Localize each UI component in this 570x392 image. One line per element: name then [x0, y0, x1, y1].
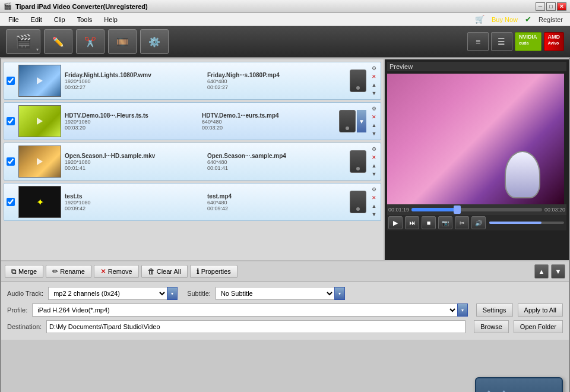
convert-button[interactable]: Convert — [475, 377, 563, 392]
file-remove-btn-3[interactable]: ✕ — [370, 154, 378, 161]
stop-button[interactable]: ■ — [422, 216, 436, 229]
rename-button[interactable]: ✏ Rename — [46, 265, 91, 278]
file-remove-btn-2[interactable]: ✕ — [370, 113, 378, 121]
title-text: Tipard iPad Video Converter(Unregistered… — [15, 3, 536, 10]
register-button[interactable]: Register — [534, 15, 568, 24]
nvidia-badge: NVIDIAcuda — [515, 32, 542, 51]
menu-help[interactable]: Help — [98, 15, 124, 24]
file-thumbnail-4[interactable]: ✦ — [18, 186, 61, 218]
toolbar-right: ≡ ☰ NVIDIAcuda AMDAvivo — [467, 32, 564, 51]
filmstrip-icon: 🎞️ — [116, 36, 128, 48]
apply-all-button[interactable]: Apply to All — [518, 304, 563, 317]
file-checkbox-2[interactable] — [7, 117, 15, 125]
clear-all-button[interactable]: 🗑 Clear All — [141, 265, 188, 278]
merge-button[interactable]: ⧉ Merge — [5, 265, 43, 278]
snapshot-button[interactable]: 📷 — [438, 216, 452, 229]
subtitle-select[interactable]: No Subtitle — [216, 287, 334, 300]
menu-right: 🛒 Buy Now ✔ Register — [475, 15, 568, 24]
remove-button[interactable]: ✕ Remove — [94, 265, 139, 278]
play-button[interactable]: ▶ — [388, 216, 403, 229]
file-ipad-icon-4 — [350, 191, 366, 213]
open-folder-button[interactable]: Open Folder — [514, 320, 563, 333]
file-up-btn-1[interactable]: ▲ — [370, 81, 378, 88]
file-down-btn-4[interactable]: ▼ — [370, 211, 378, 218]
file-output-dim-1: 640*480 — [207, 78, 346, 84]
properties-button[interactable]: ℹ Properties — [190, 265, 238, 278]
maximize-button[interactable]: □ — [546, 2, 556, 11]
menu-tools[interactable]: Tools — [71, 15, 99, 24]
preview-seek-thumb[interactable] — [454, 206, 461, 214]
minimize-button[interactable]: ─ — [536, 2, 545, 11]
filmstrip-button[interactable]: 🎞️ — [108, 29, 137, 54]
profile-label: Profile: — [7, 306, 27, 314]
file-output-dur-1: 00:02:27 — [207, 84, 346, 90]
file-settings-btn-3[interactable]: ⚙ — [370, 146, 378, 153]
window-controls: ─ □ ✕ — [536, 2, 566, 11]
browse-button[interactable]: Browse — [474, 320, 509, 333]
move-down-button[interactable]: ▼ — [551, 264, 565, 279]
destination-label: Destination: — [7, 323, 42, 330]
profile-row: Profile: iPad H.264 Video(*.mp4) ▾ Setti… — [7, 304, 563, 317]
volume-slider[interactable] — [489, 222, 564, 224]
add-video-button[interactable]: 🎬 ▾ — [6, 29, 40, 54]
volume-icon: 🔊 — [471, 216, 486, 229]
audio-arrow[interactable]: ▾ — [167, 287, 178, 300]
convert-icon — [486, 387, 507, 392]
audio-track-select-combo: mp2 2 channels (0x24) ▾ — [48, 287, 178, 300]
file-remove-btn-4[interactable]: ✕ — [370, 194, 378, 201]
file-settings-btn-4[interactable]: ⚙ — [370, 186, 378, 193]
file-input-dur-4: 00:09:42 — [65, 206, 204, 211]
title-icon: 🎬 — [4, 2, 12, 10]
file-down-btn-3[interactable]: ▼ — [370, 170, 378, 178]
file-settings-btn-2[interactable]: ⚙ — [370, 105, 378, 112]
file-up-btn-4[interactable]: ▲ — [370, 203, 378, 210]
remove-icon: ✕ — [100, 267, 106, 276]
trim-video-button[interactable]: ✂️ — [76, 29, 104, 54]
file-checkbox-3[interactable] — [7, 157, 15, 166]
clip-button[interactable]: ✂ — [455, 216, 469, 229]
file-thumbnail-2[interactable] — [18, 105, 61, 137]
subtitle-select-combo: No Subtitle ▾ — [216, 287, 345, 300]
file-settings-btn-1[interactable]: ⚙ — [370, 65, 378, 72]
file-thumbnail-3[interactable] — [18, 146, 61, 178]
settings-button[interactable]: ⚙️ — [140, 29, 169, 54]
file-dropdown-arrow-2[interactable]: ▼ — [357, 110, 366, 132]
subtitle-arrow[interactable]: ▾ — [334, 287, 345, 300]
buy-now-button[interactable]: Buy Now — [487, 15, 522, 24]
file-output-name-4: test.mp4 — [207, 193, 346, 200]
move-up-button[interactable]: ▲ — [534, 264, 549, 279]
file-thumbnail-1[interactable] — [18, 65, 61, 97]
audio-track-select[interactable]: mp2 2 channels (0x24) — [48, 287, 167, 300]
file-actions-1: ⚙ ✕ ▲ ▼ — [370, 65, 378, 97]
merge-icon: ⧉ — [11, 267, 17, 276]
main-area: Friday.Night.Lights.1080P.wmv 1920*1080 … — [1, 58, 569, 260]
file-input-dur-1: 00:02:27 — [65, 84, 204, 90]
file-remove-btn-1[interactable]: ✕ — [370, 73, 378, 80]
file-actions-4: ⚙ ✕ ▲ ▼ — [370, 186, 378, 218]
settings-icon: ⚙️ — [148, 36, 160, 48]
menu-edit[interactable]: Edit — [25, 15, 48, 24]
detail-view-button[interactable]: ☰ — [491, 32, 512, 51]
list-view-button[interactable]: ≡ — [467, 32, 489, 51]
file-down-btn-1[interactable]: ▼ — [370, 90, 378, 97]
edit-video-button[interactable]: ✏️ — [44, 29, 72, 54]
profile-arrow[interactable]: ▾ — [457, 304, 468, 317]
file-output-dur-3: 00:01:41 — [207, 165, 346, 171]
settings-btn[interactable]: Settings — [476, 304, 513, 317]
profile-select[interactable]: iPad H.264 Video(*.mp4) — [32, 304, 457, 317]
menu-file[interactable]: File — [2, 15, 25, 24]
preview-buttons: ▶ ⏭ ■ 📷 ✂ 🔊 — [387, 215, 566, 230]
file-actions-3: ⚙ ✕ ▲ ▼ — [370, 146, 378, 178]
file-actions-2: ⚙ ✕ ▲ ▼ — [370, 105, 378, 137]
file-up-btn-3[interactable]: ▲ — [370, 162, 378, 169]
preview-seek-bar[interactable] — [411, 208, 542, 211]
file-up-btn-2[interactable]: ▲ — [370, 122, 378, 129]
file-checkbox-4[interactable] — [7, 198, 15, 206]
step-forward-button[interactable]: ⏭ — [405, 216, 419, 229]
destination-input[interactable] — [46, 320, 466, 333]
file-checkbox-1[interactable] — [7, 77, 15, 85]
file-down-btn-2[interactable]: ▼ — [370, 130, 378, 137]
menu-clip[interactable]: Clip — [48, 15, 71, 24]
file-output-info-3: Open.Season···.sample.mp4 640*480 00:01:… — [207, 153, 346, 171]
close-button[interactable]: ✕ — [557, 2, 566, 11]
